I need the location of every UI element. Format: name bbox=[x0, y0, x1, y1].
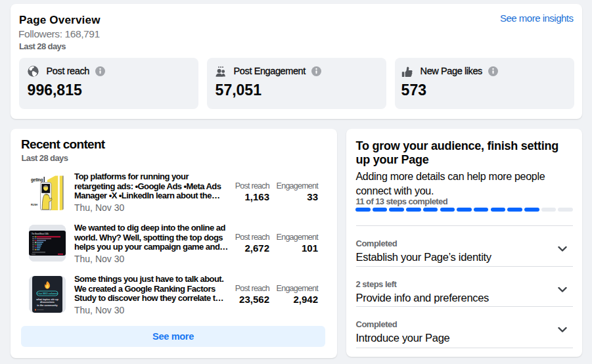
svg-text:RUSH: RUSH bbox=[31, 204, 38, 206]
svg-text:in the community: in the community bbox=[37, 304, 58, 307]
svg-text:what topics stir up: what topics stir up bbox=[35, 298, 58, 301]
svg-text:The Brand Beast 100k: The Brand Beast 100k bbox=[32, 233, 49, 235]
svg-text:seoclarity: seoclarity bbox=[37, 309, 45, 311]
svg-text:geting: geting bbox=[31, 177, 43, 183]
svg-text:discussions: discussions bbox=[40, 301, 55, 304]
svg-text:5 fun SEO columns: 5 fun SEO columns bbox=[37, 292, 58, 295]
